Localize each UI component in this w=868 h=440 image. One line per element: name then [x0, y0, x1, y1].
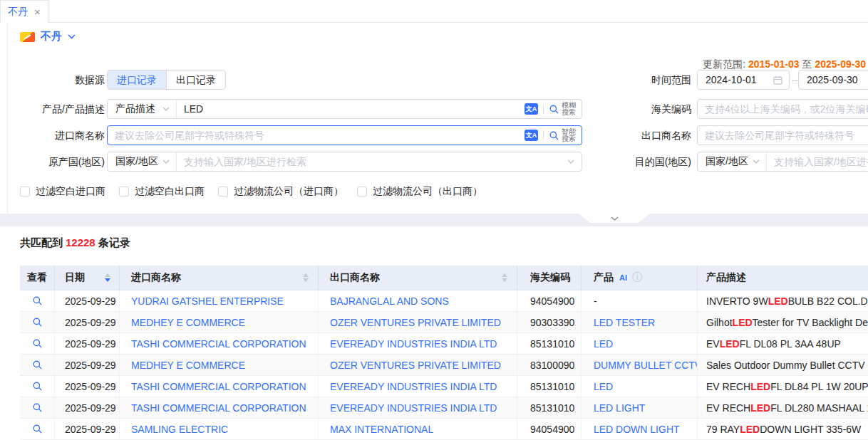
- data-source-toggle: 进口记录 出口记录: [107, 70, 226, 90]
- desc-post: FL DL08 PL 3AA 48UP: [740, 338, 841, 350]
- results-panel: 共匹配到12228条记录 查看 日期 进口商名称 出口商名称 海关编码: [0, 226, 868, 440]
- product-type-select[interactable]: 产品描述: [108, 100, 177, 118]
- search-icon[interactable]: [32, 402, 43, 413]
- info-icon[interactable]: ⓘ: [632, 271, 642, 284]
- desc-post: DOWN LIGHT 335-6W: [760, 424, 861, 435]
- product-link[interactable]: DUMMY BULLET CCTV...: [594, 360, 697, 371]
- checkbox-filter-blank-importer[interactable]: 过滤空白进口商: [20, 185, 105, 198]
- importer-link[interactable]: TASHI COMMERCIAL CORPORATION: [131, 338, 306, 350]
- icon-divider: [543, 130, 544, 140]
- calendar-icon[interactable]: [773, 75, 782, 85]
- importer-name-input[interactable]: [108, 126, 525, 145]
- view-cell[interactable]: [20, 376, 55, 397]
- hs-code-label: 海关编码: [603, 99, 691, 119]
- importer-link[interactable]: YUDRAI GATSHEL ENTERPRISE: [131, 295, 284, 307]
- origin-type-select[interactable]: 国家/地区: [108, 152, 177, 171]
- date-cell: 2025-09-29: [55, 312, 120, 332]
- translate-icon[interactable]: 文A: [525, 103, 538, 115]
- desc-pre: EV: [706, 338, 720, 350]
- checkbox-icon[interactable]: [357, 187, 367, 197]
- importer-link[interactable]: MEDHEY E COMMERCE: [131, 360, 245, 371]
- checkbox-icon[interactable]: [218, 187, 228, 197]
- description-cell: Gilhot LED Tester for TV Backlight De...: [698, 312, 868, 332]
- date-end-value: 2025-09-30: [807, 74, 858, 85]
- fuzzy-search-button[interactable]: 模糊 搜索: [549, 102, 576, 116]
- view-cell[interactable]: [20, 312, 55, 332]
- checkbox-filter-logistics-importer[interactable]: 过滤物流公司（进口商）: [218, 185, 343, 198]
- date-cell: 2025-09-29: [55, 376, 120, 397]
- exporter-link[interactable]: OZER VENTURES PRIVATE LIMITED: [330, 317, 501, 328]
- search-icon[interactable]: [32, 317, 43, 328]
- importer-link[interactable]: SAMLING ELECTRIC: [131, 424, 228, 435]
- table-row: 2025-09-29 TASHI COMMERCIAL CORPORATION …: [20, 397, 868, 419]
- search-icon[interactable]: [32, 338, 43, 349]
- product-link[interactable]: LED LIGHT: [594, 402, 645, 414]
- collapse-filters-handle[interactable]: [579, 214, 650, 223]
- product-keyword-input[interactable]: [177, 100, 525, 118]
- sort-carets[interactable]: [105, 273, 110, 282]
- desc-highlight: LED: [750, 381, 770, 392]
- exporter-link[interactable]: BAJRANGLAL AND SONS: [330, 295, 449, 307]
- view-cell[interactable]: [20, 290, 55, 311]
- desc-highlight: LED: [750, 402, 770, 414]
- header-date[interactable]: 日期: [55, 266, 120, 290]
- exporter-link[interactable]: EVEREADY INDUSTRIES INDIA LTD: [330, 381, 497, 392]
- importer-link[interactable]: TASHI COMMERCIAL CORPORATION: [131, 402, 306, 414]
- view-cell[interactable]: [20, 333, 55, 354]
- country-selector[interactable]: 不丹: [20, 30, 76, 43]
- view-cell[interactable]: [20, 355, 55, 375]
- desc-highlight: LED: [733, 317, 753, 328]
- date-cell: 2025-09-29: [55, 355, 120, 375]
- exporter-name-input[interactable]: [697, 125, 868, 145]
- header-exporter[interactable]: 出口商名称: [319, 266, 517, 290]
- exporter-link[interactable]: MAX INTERNATIONAL: [330, 424, 433, 435]
- smart-search-label: 智能 搜索: [562, 128, 576, 142]
- desc-pre: EV RECH: [706, 402, 750, 414]
- date-end-input[interactable]: 2025-09-30: [798, 70, 868, 90]
- search-icon[interactable]: [32, 295, 43, 306]
- table-row: 2025-09-29 TASHI COMMERCIAL CORPORATION …: [20, 376, 868, 397]
- search-icon[interactable]: [32, 381, 43, 392]
- header-importer[interactable]: 进口商名称: [120, 266, 319, 290]
- tab-bhutan[interactable]: 不丹 ×: [0, 0, 48, 23]
- product-link[interactable]: LED: [594, 338, 613, 350]
- checkbox-filter-blank-exporter[interactable]: 过滤空白出口商: [119, 185, 205, 198]
- product-link[interactable]: LED TESTER: [594, 317, 655, 328]
- origin-country-input[interactable]: [177, 152, 567, 171]
- view-cell[interactable]: [20, 419, 55, 439]
- exporter-link[interactable]: OZER VENTURES PRIVATE LIMITED: [330, 360, 501, 371]
- toggle-export-records[interactable]: 出口记录: [166, 70, 225, 89]
- product-link[interactable]: LED: [594, 381, 613, 392]
- form-row-4: 原产国(地区) 国家/地区 目的国(地区) 国家/地区: [0, 152, 868, 172]
- desc-post: FL DL280 MASHAAL 10...: [770, 402, 868, 414]
- exporter-link[interactable]: EVEREADY INDUSTRIES INDIA LTD: [330, 402, 497, 414]
- translate-icon[interactable]: 文A: [525, 130, 538, 141]
- search-icon[interactable]: [32, 424, 43, 434]
- desc-post: FL DL84 PL 1W 20UP: [770, 381, 868, 392]
- search-icon[interactable]: [32, 360, 43, 370]
- toggle-import-records[interactable]: 进口记录: [108, 70, 166, 89]
- sort-carets[interactable]: [303, 273, 309, 282]
- exporter-link[interactable]: EVEREADY INDUSTRIES INDIA LTD: [330, 338, 497, 350]
- destination-select-group: 国家/地区: [697, 152, 868, 172]
- sort-carets[interactable]: [502, 273, 507, 282]
- checkbox-icon[interactable]: [20, 187, 30, 197]
- hs-code-input[interactable]: [697, 99, 868, 119]
- close-icon[interactable]: ×: [34, 6, 41, 17]
- desc-pre: 79 RAY: [706, 424, 740, 435]
- importer-link[interactable]: TASHI COMMERCIAL CORPORATION: [131, 381, 306, 392]
- search-icon: [549, 104, 559, 115]
- checkbox-filter-logistics-exporter[interactable]: 过滤物流公司（出口商）: [357, 185, 482, 198]
- desc-pre: EV RECH: [706, 381, 750, 392]
- hs-code-cell: 85131010: [517, 376, 582, 397]
- destination-type-select[interactable]: 国家/地区: [698, 152, 767, 171]
- checkbox-icon[interactable]: [119, 187, 129, 197]
- destination-country-input[interactable]: [767, 152, 868, 171]
- date-start-input[interactable]: 2024-10-01: [697, 70, 790, 90]
- product-link[interactable]: LED DOWN LIGHT: [594, 424, 680, 435]
- chevron-down-icon[interactable]: [567, 159, 574, 164]
- view-cell[interactable]: [20, 397, 55, 418]
- importer-link[interactable]: MEDHEY E COMMERCE: [131, 317, 245, 328]
- country-name: 不丹: [41, 30, 62, 43]
- smart-search-button[interactable]: 智能 搜索: [549, 128, 576, 142]
